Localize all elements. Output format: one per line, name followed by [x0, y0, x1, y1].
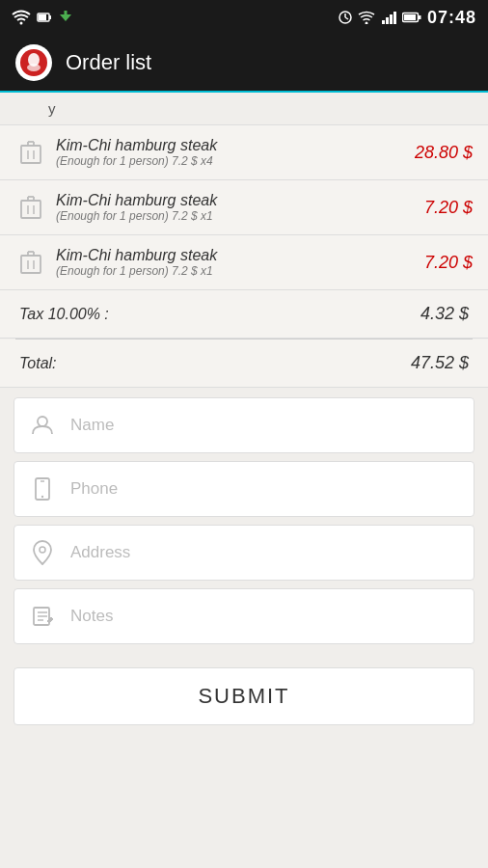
app-logo: [15, 44, 52, 81]
svg-rect-13: [393, 12, 396, 24]
item-1-info: Kim-Chi hamburg steak (Enough for 1 pers…: [56, 137, 415, 168]
status-bar-left: [12, 10, 73, 25]
svg-line-8: [345, 17, 348, 19]
phone-icon: [28, 475, 57, 503]
download-icon: [58, 10, 73, 25]
tax-value: 4.32 $: [420, 304, 469, 324]
signal-icon: [12, 10, 31, 25]
form-section: [0, 388, 488, 654]
clock-icon: [339, 11, 352, 24]
time-display: 07:48: [427, 8, 476, 28]
delete-item-1-button[interactable]: [15, 137, 46, 168]
item-2-info: Kim-Chi hamburg steak (Enough for 1 pers…: [56, 192, 424, 223]
svg-rect-27: [21, 201, 41, 218]
address-input[interactable]: [70, 543, 460, 562]
item-3-info: Kim-Chi hamburg steak (Enough for 1 pers…: [56, 247, 424, 278]
signal-bars-icon: [381, 11, 396, 24]
item-1-name: Kim-Chi hamburg steak: [56, 137, 415, 154]
address-field-row: [14, 525, 474, 581]
svg-point-44: [41, 496, 43, 498]
svg-rect-2: [49, 15, 51, 19]
status-bar: 07:48: [0, 0, 488, 35]
battery-icon: [402, 12, 421, 23]
item-2-price: 7.20 $: [424, 198, 473, 218]
svg-point-9: [365, 22, 367, 25]
svg-rect-3: [39, 14, 46, 20]
tax-row: Tax 10.00% : 4.32 $: [0, 290, 488, 339]
partial-item-row: y: [0, 93, 488, 125]
person-icon: [28, 411, 57, 440]
order-item-1: Kim-Chi hamburg steak (Enough for 1 pers…: [0, 125, 488, 180]
svg-rect-5: [65, 11, 68, 15]
item-2-name: Kim-Chi hamburg steak: [56, 192, 424, 209]
notes-field-row: [14, 588, 474, 644]
total-row: Total: 47.52 $: [0, 339, 488, 388]
main-content: y Kim-Chi hamburg steak (Enough for 1 pe…: [0, 93, 488, 739]
phone-input[interactable]: [70, 479, 460, 499]
submit-button[interactable]: SUBMIT: [14, 667, 474, 725]
item-3-name: Kim-Chi hamburg steak: [56, 247, 424, 264]
svg-rect-10: [382, 20, 385, 24]
location-icon: [28, 538, 57, 567]
notes-icon: [28, 602, 57, 631]
item-3-desc: (Enough for 1 person) 7.2 $ x1: [56, 264, 424, 278]
order-item-2: Kim-Chi hamburg steak (Enough for 1 pers…: [0, 180, 488, 235]
svg-rect-12: [390, 14, 393, 24]
header: Order list: [0, 35, 488, 93]
delete-item-2-button[interactable]: [15, 192, 46, 223]
svg-point-0: [20, 22, 23, 25]
wifi-icon: [358, 11, 375, 24]
svg-rect-16: [404, 14, 416, 20]
page-title: Order list: [66, 50, 151, 75]
name-input[interactable]: [70, 416, 460, 435]
battery-status-icon: [37, 10, 52, 25]
total-label: Total:: [19, 355, 57, 372]
tax-label: Tax 10.00% :: [19, 306, 109, 323]
order-item-3: Kim-Chi hamburg steak (Enough for 1 pers…: [0, 235, 488, 290]
svg-rect-11: [386, 17, 389, 24]
svg-marker-4: [60, 14, 71, 21]
item-1-price: 28.80 $: [415, 143, 473, 163]
svg-point-19: [27, 64, 41, 71]
item-1-desc: (Enough for 1 person) 7.2 $ x4: [56, 154, 415, 168]
svg-rect-34: [21, 256, 41, 273]
item-3-price: 7.20 $: [424, 253, 473, 273]
svg-point-41: [38, 417, 47, 426]
delete-item-3-button[interactable]: [15, 247, 46, 278]
submit-section: SUBMIT: [0, 654, 488, 739]
item-2-desc: (Enough for 1 person) 7.2 $ x1: [56, 209, 424, 223]
notes-input[interactable]: [70, 607, 460, 626]
svg-rect-20: [21, 146, 41, 163]
total-value: 47.52 $: [411, 353, 469, 373]
phone-field-row: [14, 461, 474, 517]
svg-point-45: [40, 547, 45, 553]
svg-rect-15: [419, 15, 421, 19]
name-field-row: [14, 397, 474, 453]
status-bar-right: 07:48: [339, 8, 476, 28]
